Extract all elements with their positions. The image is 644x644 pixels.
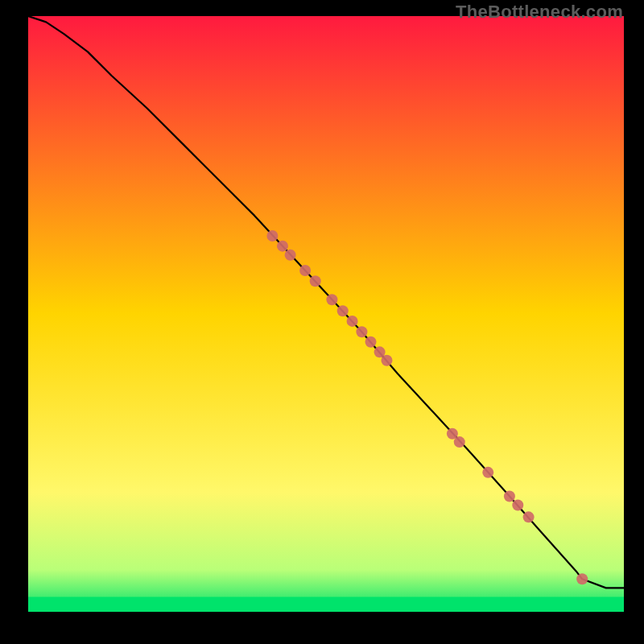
data-point-marker xyxy=(512,500,523,511)
svg-rect-0 xyxy=(28,16,624,612)
watermark-text: TheBottleneck.com xyxy=(456,2,623,23)
chart-plot-area xyxy=(28,16,624,612)
svg-rect-1 xyxy=(28,597,624,613)
data-point-marker xyxy=(454,436,465,448)
chart-svg xyxy=(28,16,624,612)
data-point-marker xyxy=(310,275,321,287)
data-point-marker xyxy=(365,336,377,348)
data-point-marker xyxy=(347,316,358,327)
data-point-marker xyxy=(523,511,535,522)
data-point-marker xyxy=(356,326,367,337)
data-point-marker xyxy=(381,355,392,366)
data-point-marker xyxy=(285,250,296,261)
data-point-marker xyxy=(266,230,278,242)
data-point-marker xyxy=(482,467,493,478)
data-point-marker xyxy=(299,265,311,276)
data-point-marker xyxy=(576,573,588,584)
data-point-marker xyxy=(277,241,288,252)
data-point-marker xyxy=(504,490,515,502)
data-point-marker xyxy=(337,305,349,316)
data-point-marker xyxy=(326,294,337,305)
chart-frame: TheBottleneck.com xyxy=(0,0,644,644)
